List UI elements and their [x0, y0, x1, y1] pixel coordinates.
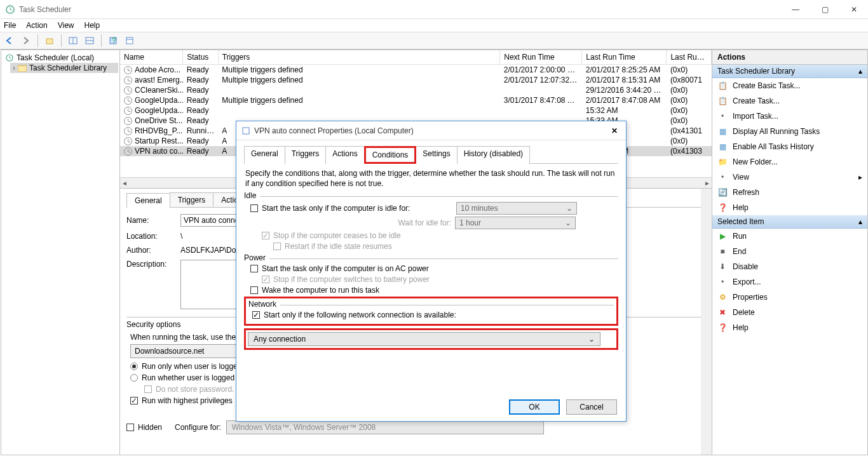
ok-button[interactable]: OK: [509, 399, 560, 415]
properties-dialog: VPN auto connect Properties (Local Compu…: [236, 121, 627, 422]
details-button[interactable]: [83, 34, 97, 48]
action-item[interactable]: 📋Create Basic Task...: [712, 78, 867, 93]
label-configure: Configure for:: [175, 423, 221, 432]
tree-root-label: Task Scheduler (Local): [17, 53, 94, 62]
check-wake[interactable]: [250, 286, 258, 294]
clock-icon: [124, 137, 132, 145]
menu-view[interactable]: View: [58, 21, 74, 30]
fs-network: Network: [248, 300, 276, 309]
clock-icon: [124, 86, 132, 95]
clock-icon: [124, 66, 132, 74]
col-name[interactable]: Name: [120, 50, 183, 65]
action-icon: 📁: [717, 157, 728, 167]
combo-wait-idle[interactable]: 1 hour: [455, 217, 576, 229]
tree-root[interactable]: Task Scheduler (Local): [3, 53, 118, 63]
action-icon: ❓: [717, 323, 728, 333]
col-triggers[interactable]: Triggers: [218, 50, 500, 65]
close-button[interactable]: ✕: [845, 5, 863, 14]
table-row[interactable]: GoogleUpda...Ready15:32 AM(0x0): [120, 105, 712, 116]
action-icon: •: [717, 277, 728, 287]
cancel-button[interactable]: Cancel: [566, 399, 617, 415]
action-icon: •: [717, 172, 728, 182]
col-result[interactable]: Last Run Result: [667, 50, 712, 65]
dlg-tab-triggers[interactable]: Triggers: [285, 146, 327, 164]
dialog-close-button[interactable]: ✕: [608, 126, 621, 135]
menu-file[interactable]: File: [4, 21, 16, 30]
actions-pane: Actions Task Scheduler Library▴ 📋Create …: [712, 50, 867, 455]
label-description: Description:: [126, 260, 174, 269]
columns-button[interactable]: [66, 34, 80, 48]
back-button[interactable]: [3, 34, 17, 48]
svg-text:?: ?: [112, 36, 116, 45]
action-item[interactable]: ▦Enable All Tasks History: [712, 139, 867, 154]
tree-library[interactable]: › Task Scheduler Library: [10, 63, 118, 73]
menu-help[interactable]: Help: [85, 21, 100, 30]
combo-network[interactable]: Any connection: [248, 332, 600, 346]
dialog-icon: [241, 126, 250, 135]
action-icon: ▦: [717, 126, 728, 137]
col-last[interactable]: Last Run Time: [582, 50, 667, 65]
action-item[interactable]: ❓Help: [712, 320, 867, 335]
check-ac-only[interactable]: [250, 265, 258, 272]
dlg-description: Specify the conditions that, along with …: [245, 169, 617, 189]
table-row[interactable]: avast! Emerg...ReadyMultiple triggers de…: [120, 75, 712, 85]
folder-icon: [18, 64, 27, 72]
clock-icon: [124, 147, 132, 156]
svg-line-14: [10, 58, 11, 58]
action-icon: ⬇: [717, 262, 728, 272]
action-item[interactable]: ⚙Properties: [712, 290, 867, 305]
help-button[interactable]: ?: [106, 34, 120, 48]
actions-title: Actions: [712, 50, 867, 65]
action-item[interactable]: ▶Run: [712, 229, 867, 244]
table-row[interactable]: GoogleUpda...ReadyMultiple triggers defi…: [120, 95, 712, 105]
svg-rect-16: [243, 128, 249, 134]
vscrollbar[interactable]: [701, 189, 712, 455]
action-icon: 🔄: [717, 187, 728, 197]
check-idle-only[interactable]: [250, 204, 258, 212]
action-item[interactable]: ✖Delete: [712, 305, 867, 320]
actions-band-selected[interactable]: Selected Item▴: [712, 215, 867, 229]
action-item[interactable]: 🔄Refresh: [712, 185, 867, 200]
action-item[interactable]: •View▸: [712, 170, 867, 185]
svg-rect-15: [18, 65, 27, 72]
dlg-tab-actions[interactable]: Actions: [325, 146, 364, 164]
action-item[interactable]: ▦Display All Running Tasks: [712, 124, 867, 139]
svg-rect-3: [46, 39, 53, 44]
dlg-tab-general[interactable]: General: [244, 146, 285, 164]
menubar: File Action View Help: [0, 19, 868, 32]
dlg-tab-history[interactable]: History (disabled): [457, 146, 530, 164]
label-name: Name:: [126, 216, 174, 225]
dlg-tab-settings[interactable]: Settings: [416, 146, 457, 164]
forward-button[interactable]: [19, 34, 33, 48]
maximize-button[interactable]: ▢: [816, 5, 834, 14]
action-item[interactable]: ❓Help: [712, 200, 867, 215]
col-status[interactable]: Status: [183, 50, 218, 65]
calendar-button[interactable]: [123, 34, 137, 48]
minimize-button[interactable]: —: [787, 5, 804, 14]
combo-idle-min[interactable]: 10 minutes: [456, 202, 577, 215]
action-item[interactable]: •Import Task...: [712, 109, 867, 124]
value-location: \: [180, 232, 182, 241]
tab-triggers[interactable]: Triggers: [170, 192, 214, 207]
action-item[interactable]: ⬇Disable: [712, 259, 867, 274]
col-next[interactable]: Next Run Time: [500, 50, 582, 65]
action-item[interactable]: 📁New Folder...: [712, 154, 867, 170]
action-item[interactable]: ■End: [712, 244, 867, 259]
clock-icon: [124, 76, 132, 84]
tab-general[interactable]: General: [126, 193, 170, 208]
action-icon: ■: [717, 246, 728, 257]
combo-configure[interactable]: Windows Vista™, Windows Server™ 2008: [226, 420, 544, 434]
up-button[interactable]: [43, 34, 57, 48]
tree-library-label: Task Scheduler Library: [29, 64, 107, 72]
check-hidden[interactable]: Hidden: [126, 423, 162, 432]
menu-action[interactable]: Action: [26, 21, 47, 30]
action-item[interactable]: 📋Create Task...: [712, 93, 867, 109]
action-item[interactable]: •Export...: [712, 274, 867, 290]
clock-icon: [124, 117, 132, 125]
dlg-tab-conditions[interactable]: Conditions: [364, 146, 417, 164]
actions-band-library[interactable]: Task Scheduler Library▴: [712, 65, 867, 78]
fs-idle: Idle: [244, 191, 256, 200]
table-row[interactable]: Adobe Acro...ReadyMultiple triggers defi…: [120, 65, 712, 76]
table-row[interactable]: CCleanerSki...Ready29/12/2016 3:44:20 PM…: [120, 85, 712, 95]
check-net-only[interactable]: ✓: [252, 311, 260, 319]
